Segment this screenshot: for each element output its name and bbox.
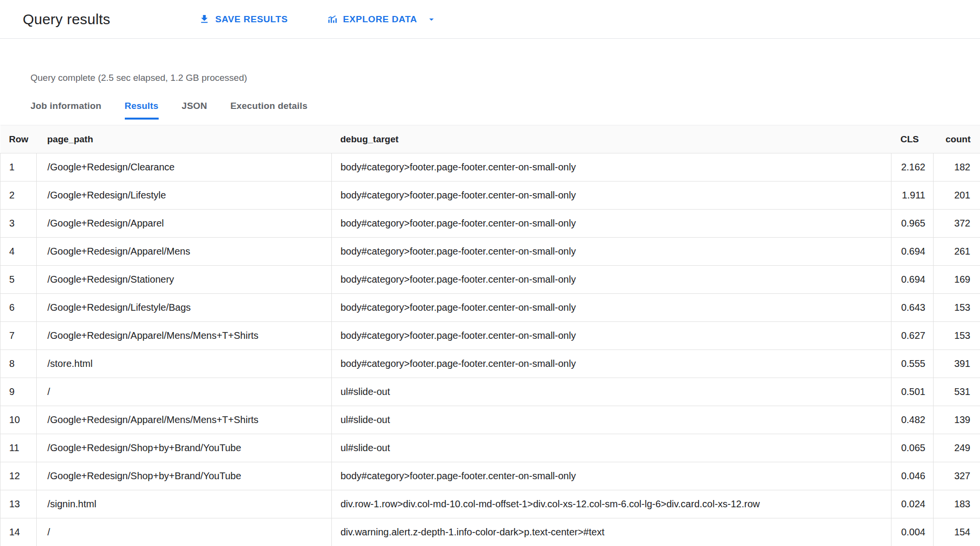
cell-count: 153 — [934, 294, 980, 322]
cell-count: 182 — [934, 153, 980, 182]
cell-page-path: /Google+Redesign/Lifestyle — [37, 182, 332, 210]
table-row: 10/Google+Redesign/Apparel/Mens/Mens+T+S… — [0, 406, 980, 434]
query-status-text: Query complete (2.5 sec elapsed, 1.2 GB … — [30, 73, 980, 83]
cell-debug-target: body#category>footer.page-footer.center-… — [332, 266, 891, 294]
cell-debug-target: body#category>footer.page-footer.center-… — [332, 153, 891, 182]
chevron-down-icon — [426, 14, 437, 25]
table-row: 8/store.htmlbody#category>footer.page-fo… — [0, 350, 980, 378]
cell-count: 327 — [934, 462, 980, 490]
page-title: Query results — [23, 11, 110, 28]
table-row: 14/div.warning.alert.z-depth-1.info-colo… — [0, 518, 980, 546]
cell-cls: 0.501 — [891, 378, 934, 406]
cell-row: 2 — [0, 182, 37, 210]
cell-page-path: /Google+Redesign/Apparel — [37, 210, 332, 238]
results-table: Row page_path debug_target CLS count 1/G… — [0, 125, 980, 546]
cell-cls: 0.643 — [891, 294, 934, 322]
cell-debug-target: body#category>footer.page-footer.center-… — [332, 182, 891, 210]
cell-debug-target: body#category>footer.page-footer.center-… — [332, 210, 891, 238]
cell-page-path: /Google+Redesign/Apparel/Mens/Mens+T+Shi… — [37, 322, 332, 350]
results-table-body: 1/Google+Redesign/Clearancebody#category… — [0, 153, 980, 546]
cell-debug-target: div.row-1.row>div.col-md-10.col-md-offse… — [332, 490, 891, 518]
cell-row: 6 — [0, 294, 37, 322]
cell-cls: 0.627 — [891, 322, 934, 350]
cell-debug-target: ul#slide-out — [332, 378, 891, 406]
tab-results[interactable]: Results — [125, 101, 159, 120]
cell-count: 531 — [934, 378, 980, 406]
cell-cls: 0.065 — [891, 434, 934, 462]
cell-cls: 0.965 — [891, 210, 934, 238]
cell-page-path: /Google+Redesign/Apparel/Mens — [37, 238, 332, 266]
cell-row: 9 — [0, 378, 37, 406]
cell-count: 261 — [934, 238, 980, 266]
cell-row: 10 — [0, 406, 37, 434]
cell-debug-target: body#category>footer.page-footer.center-… — [332, 294, 891, 322]
table-row: 3/Google+Redesign/Apparelbody#category>f… — [0, 210, 980, 238]
tab-json[interactable]: JSON — [182, 101, 208, 120]
table-row: 5/Google+Redesign/Stationerybody#categor… — [0, 266, 980, 294]
cell-debug-target: body#category>footer.page-footer.center-… — [332, 238, 891, 266]
cell-row: 14 — [0, 518, 37, 546]
cell-page-path: /signin.html — [37, 490, 332, 518]
cell-count: 153 — [934, 322, 980, 350]
results-header: Query results SAVE RESULTS EXPLORE DATA — [0, 0, 980, 39]
table-row: 2/Google+Redesign/Lifestylebody#category… — [0, 182, 980, 210]
cell-count: 391 — [934, 350, 980, 378]
bar-chart-icon — [327, 14, 338, 25]
column-header-count: count — [934, 125, 980, 153]
cell-count: 249 — [934, 434, 980, 462]
save-results-label: SAVE RESULTS — [215, 14, 288, 25]
explore-data-button[interactable]: EXPLORE DATA — [327, 14, 437, 25]
cell-cls: 0.555 — [891, 350, 934, 378]
cell-row: 5 — [0, 266, 37, 294]
table-row: 12/Google+Redesign/Shop+by+Brand/YouTube… — [0, 462, 980, 490]
cell-cls: 0.046 — [891, 462, 934, 490]
cell-debug-target: body#category>footer.page-footer.center-… — [332, 462, 891, 490]
cell-row: 3 — [0, 210, 37, 238]
cell-count: 372 — [934, 210, 980, 238]
cell-count: 169 — [934, 266, 980, 294]
cell-debug-target: ul#slide-out — [332, 406, 891, 434]
cell-debug-target: ul#slide-out — [332, 434, 891, 462]
cell-cls: 0.694 — [891, 238, 934, 266]
table-row: 1/Google+Redesign/Clearancebody#category… — [0, 153, 980, 182]
cell-row: 11 — [0, 434, 37, 462]
cell-cls: 0.024 — [891, 490, 934, 518]
table-row: 9/ul#slide-out0.501531 — [0, 378, 980, 406]
cell-cls: 0.482 — [891, 406, 934, 434]
cell-row: 1 — [0, 153, 37, 182]
cell-count: 183 — [934, 490, 980, 518]
cell-debug-target: div.warning.alert.z-depth-1.info-color-d… — [332, 518, 891, 546]
cell-cls: 1.911 — [891, 182, 934, 210]
cell-count: 139 — [934, 406, 980, 434]
cell-page-path: /Google+Redesign/Shop+by+Brand/YouTube — [37, 434, 332, 462]
cell-row: 8 — [0, 350, 37, 378]
table-header-row: Row page_path debug_target CLS count — [0, 125, 980, 153]
table-row: 13/signin.htmldiv.row-1.row>div.col-md-1… — [0, 490, 980, 518]
cell-page-path: /Google+Redesign/Lifestyle/Bags — [37, 294, 332, 322]
cell-page-path: /store.html — [37, 350, 332, 378]
cell-cls: 2.162 — [891, 153, 934, 182]
cell-page-path: /Google+Redesign/Shop+by+Brand/YouTube — [37, 462, 332, 490]
cell-row: 4 — [0, 238, 37, 266]
column-header-page-path: page_path — [37, 125, 332, 153]
tab-job-information[interactable]: Job information — [30, 101, 102, 120]
cell-page-path: / — [37, 518, 332, 546]
table-row: 7/Google+Redesign/Apparel/Mens/Mens+T+Sh… — [0, 322, 980, 350]
cell-page-path: /Google+Redesign/Stationery — [37, 266, 332, 294]
save-results-button[interactable]: SAVE RESULTS — [199, 14, 288, 25]
cell-row: 12 — [0, 462, 37, 490]
download-icon — [199, 14, 210, 25]
table-row: 11/Google+Redesign/Shop+by+Brand/YouTube… — [0, 434, 980, 462]
cell-debug-target: body#category>footer.page-footer.center-… — [332, 350, 891, 378]
cell-row: 13 — [0, 490, 37, 518]
cell-debug-target: body#category>footer.page-footer.center-… — [332, 322, 891, 350]
cell-page-path: /Google+Redesign/Clearance — [37, 153, 332, 182]
cell-page-path: / — [37, 378, 332, 406]
table-row: 6/Google+Redesign/Lifestyle/Bagsbody#cat… — [0, 294, 980, 322]
explore-data-label: EXPLORE DATA — [343, 14, 417, 25]
cell-row: 7 — [0, 322, 37, 350]
cell-cls: 0.694 — [891, 266, 934, 294]
tab-execution-details[interactable]: Execution details — [230, 101, 308, 120]
cell-cls: 0.004 — [891, 518, 934, 546]
cell-page-path: /Google+Redesign/Apparel/Mens/Mens+T+Shi… — [37, 406, 332, 434]
